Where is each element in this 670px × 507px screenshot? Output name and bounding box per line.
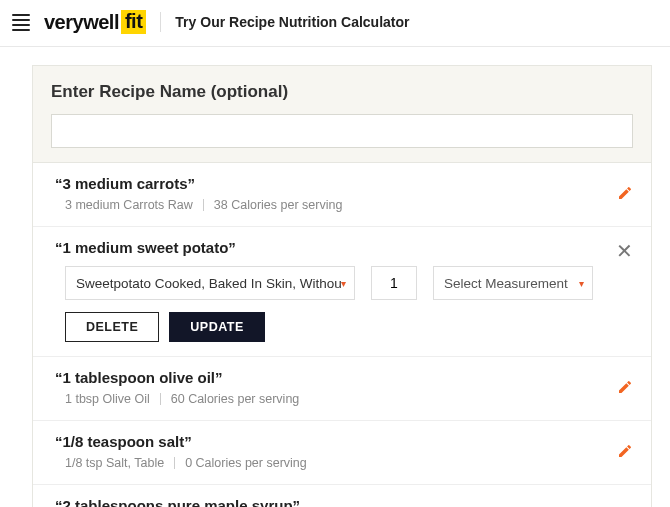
- ingredient-row: “3 medium carrots” 3 medium Carrots Raw …: [33, 163, 651, 227]
- update-button[interactable]: UPDATE: [169, 312, 264, 342]
- measurement-select[interactable]: Select Measurement ▾: [433, 266, 593, 300]
- recipe-card: Enter Recipe Name (optional) “3 medium c…: [32, 65, 652, 507]
- ingredient-cals: 60 Calories per serving: [171, 392, 300, 406]
- delete-button[interactable]: DELETE: [65, 312, 159, 342]
- chevron-down-icon: ▾: [341, 278, 346, 289]
- brand-main: verywell: [44, 11, 119, 34]
- ingredient-cals: 0 Calories per serving: [185, 456, 307, 470]
- edit-button-row: DELETE UPDATE: [55, 312, 633, 342]
- card-header: Enter Recipe Name (optional): [33, 66, 651, 114]
- ingredient-title: “1/8 teaspoon salt”: [55, 433, 633, 450]
- card-title: Enter Recipe Name (optional): [51, 82, 633, 102]
- hamburger-menu-icon[interactable]: [12, 14, 30, 31]
- ingredient-title: “1 tablespoon olive oil”: [55, 369, 633, 386]
- header-divider: [160, 12, 161, 32]
- recipe-name-wrap: [33, 114, 651, 162]
- edit-icon[interactable]: [617, 379, 633, 399]
- food-select-value: Sweetpotato Cooked, Baked In Skin, Witho…: [76, 276, 342, 291]
- ingredient-desc: 1/8 tsp Salt, Table: [65, 456, 164, 470]
- recipe-name-input[interactable]: [51, 114, 633, 148]
- ingredient-desc: 3 medium Carrots Raw: [65, 198, 193, 212]
- ingredient-list: “3 medium carrots” 3 medium Carrots Raw …: [33, 162, 651, 507]
- ingredient-row: “1 tablespoon olive oil” 1 tbsp Olive Oi…: [33, 357, 651, 421]
- ingredient-title: “2 tablespoons pure maple syrup”: [55, 497, 633, 507]
- ingredient-meta: 3 medium Carrots Raw 38 Calories per ser…: [55, 198, 633, 212]
- food-select[interactable]: Sweetpotato Cooked, Baked In Skin, Witho…: [65, 266, 355, 300]
- ingredient-row: “2 tablespoons pure maple syrup” 2 tbsp …: [33, 485, 651, 507]
- meta-divider: [203, 199, 204, 211]
- edit-controls: Sweetpotato Cooked, Baked In Skin, Witho…: [55, 266, 633, 300]
- measurement-select-value: Select Measurement: [444, 276, 568, 291]
- ingredient-desc: 1 tbsp Olive Oil: [65, 392, 150, 406]
- close-icon[interactable]: ✕: [616, 241, 633, 261]
- ingredient-title: “1 medium sweet potato”: [55, 239, 633, 256]
- ingredient-meta: 1 tbsp Olive Oil 60 Calories per serving: [55, 392, 633, 406]
- ingredient-meta: 1/8 tsp Salt, Table 0 Calories per servi…: [55, 456, 633, 470]
- header-tagline: Try Our Recipe Nutrition Calculator: [175, 14, 409, 30]
- brand-suffix: fit: [121, 10, 146, 34]
- edit-icon[interactable]: [617, 443, 633, 463]
- chevron-down-icon: ▾: [579, 278, 584, 289]
- quantity-input[interactable]: [371, 266, 417, 300]
- ingredient-row: “1/8 teaspoon salt” 1/8 tsp Salt, Table …: [33, 421, 651, 485]
- meta-divider: [174, 457, 175, 469]
- brand-logo[interactable]: verywellfit: [44, 10, 146, 34]
- edit-icon[interactable]: [617, 185, 633, 205]
- ingredient-title: “3 medium carrots”: [55, 175, 633, 192]
- ingredient-row-editing: “1 medium sweet potato” ✕ Sweetpotato Co…: [33, 227, 651, 357]
- ingredient-cals: 38 Calories per serving: [214, 198, 343, 212]
- meta-divider: [160, 393, 161, 405]
- app-header: verywellfit Try Our Recipe Nutrition Cal…: [0, 0, 670, 47]
